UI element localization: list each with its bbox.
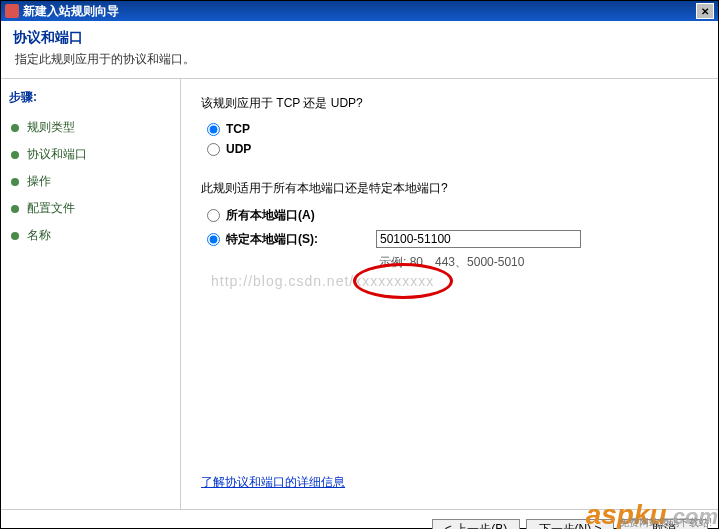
titlebar: 新建入站规则向导 ✕: [1, 1, 718, 21]
radio-udp-label: UDP: [226, 142, 251, 156]
sidebar-item-label: 配置文件: [27, 200, 75, 217]
content: 该规则应用于 TCP 还是 UDP? TCP UDP 此规则适用于所有本地端口还…: [181, 79, 718, 509]
sidebar-item-profile[interactable]: 配置文件: [9, 195, 172, 222]
bullet-icon: [11, 178, 19, 186]
close-button[interactable]: ✕: [696, 3, 714, 19]
bullet-icon: [11, 232, 19, 240]
port-input[interactable]: [376, 230, 581, 248]
port-group: 所有本地端口(A) 特定本地端口(S): 示例: 80、443、5000-501…: [207, 207, 698, 271]
sidebar-item-name[interactable]: 名称: [9, 222, 172, 249]
sidebar-item-rule-type[interactable]: 规则类型: [9, 114, 172, 141]
radio-tcp-row: TCP: [207, 122, 698, 136]
radio-specific-ports-label: 特定本地端口(S):: [226, 231, 376, 248]
window-title: 新建入站规则向导: [23, 3, 696, 20]
radio-udp[interactable]: [207, 143, 220, 156]
bullet-icon: [11, 124, 19, 132]
footer: < 上一步(B) 下一步(N) > 取消: [1, 509, 718, 529]
page-description: 指定此规则应用于的协议和端口。: [15, 51, 706, 68]
page-title: 协议和端口: [13, 29, 706, 47]
sidebar-item-label: 名称: [27, 227, 51, 244]
radio-tcp[interactable]: [207, 123, 220, 136]
wizard-window: 新建入站规则向导 ✕ 协议和端口 指定此规则应用于的协议和端口。 步骤: 规则类…: [0, 0, 719, 529]
back-button[interactable]: < 上一步(B): [432, 519, 520, 530]
radio-udp-row: UDP: [207, 142, 698, 156]
port-example: 示例: 80、443、5000-5010: [379, 254, 698, 271]
watermark-text: http://blog.csdn.net/xxxxxxxxxx: [211, 273, 434, 289]
question-ports: 此规则适用于所有本地端口还是特定本地端口?: [201, 180, 698, 197]
sidebar-item-action[interactable]: 操作: [9, 168, 172, 195]
sidebar-item-label: 规则类型: [27, 119, 75, 136]
learn-more-link[interactable]: 了解协议和端口的详细信息: [201, 474, 345, 491]
radio-all-ports[interactable]: [207, 209, 220, 222]
radio-tcp-label: TCP: [226, 122, 250, 136]
protocol-group: TCP UDP: [207, 122, 698, 156]
radio-all-ports-row: 所有本地端口(A): [207, 207, 698, 224]
radio-all-ports-label: 所有本地端口(A): [226, 207, 376, 224]
sidebar-item-label: 协议和端口: [27, 146, 87, 163]
next-button[interactable]: 下一步(N) >: [526, 519, 614, 530]
bullet-icon: [11, 205, 19, 213]
radio-specific-ports-row: 特定本地端口(S):: [207, 230, 698, 248]
sidebar-item-protocol-port[interactable]: 协议和端口: [9, 141, 172, 168]
sidebar-title: 步骤:: [9, 89, 172, 106]
header: 协议和端口 指定此规则应用于的协议和端口。: [1, 21, 718, 79]
sidebar: 步骤: 规则类型 协议和端口 操作 配置文件 名称: [1, 79, 181, 509]
sidebar-item-label: 操作: [27, 173, 51, 190]
bullet-icon: [11, 151, 19, 159]
cancel-button[interactable]: 取消: [620, 519, 708, 530]
app-icon: [5, 4, 19, 18]
step-list: 规则类型 协议和端口 操作 配置文件 名称: [9, 114, 172, 249]
question-protocol: 该规则应用于 TCP 还是 UDP?: [201, 95, 698, 112]
body: 步骤: 规则类型 协议和端口 操作 配置文件 名称 该规则应用于 TCP 还是 …: [1, 79, 718, 509]
radio-specific-ports[interactable]: [207, 233, 220, 246]
